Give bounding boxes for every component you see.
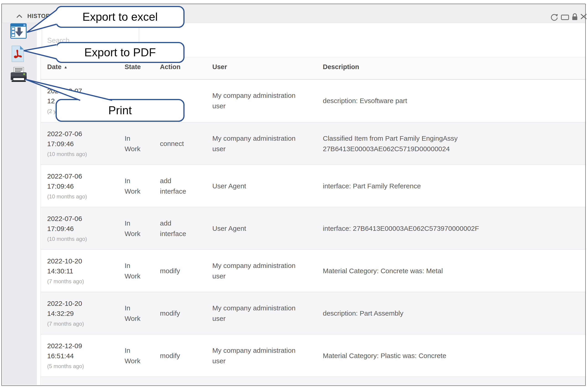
table-row: 2022-07-0617:09:46(10 months ago)In Work… xyxy=(41,207,586,249)
cell-state-text: In Work xyxy=(125,303,145,324)
date-relative: (10 months ago) xyxy=(47,192,116,201)
cell-action: add interface xyxy=(160,165,196,207)
cell-state-text: In Work xyxy=(125,260,145,281)
cell-action-text: add interface xyxy=(160,176,196,197)
date-line: 2022-10-20 xyxy=(47,298,116,309)
export-excel-icon[interactable] xyxy=(10,23,27,39)
cell-date: 2022-07-0617:09:46(10 months ago) xyxy=(47,122,116,165)
print-icon[interactable] xyxy=(10,67,27,83)
date-line: 2022-07-06 xyxy=(47,214,116,224)
cell-description-text: Material Category: Plastic was: Concrete xyxy=(323,350,446,361)
table-row: 2022-10-2014:30:11(7 months ago)In Workm… xyxy=(41,249,586,292)
refresh-icon[interactable] xyxy=(550,8,559,27)
cell-description: interface: 27B6413E00003AE062C5739700000… xyxy=(323,207,551,250)
date-relative: (7 months ago) xyxy=(47,319,116,328)
cell-user-text: User Agent xyxy=(212,181,246,191)
cell-description-text: interface: Part Family Reference xyxy=(323,181,421,191)
callout-export-excel: Export to excel xyxy=(56,6,185,28)
cell-action: modify xyxy=(160,292,196,335)
callout-export-excel-label: Export to excel xyxy=(83,10,158,23)
date-line: 2022-10-20 xyxy=(47,256,116,266)
cell-state-text: In Work xyxy=(125,133,145,154)
cell-description: Classified Item from Part Family EngingA… xyxy=(323,122,551,165)
date-relative: (10 months ago) xyxy=(47,150,116,159)
cell-description: Material Category: Concrete was: Metal xyxy=(323,250,551,292)
cell-date: 2022-12-0916:51:44(5 months ago) xyxy=(47,335,116,377)
column-header-date[interactable]: Date▲ xyxy=(47,63,68,71)
cell-state: In Work xyxy=(125,292,145,335)
date-relative: (5 months ago) xyxy=(47,362,116,371)
cell-state: In Work xyxy=(125,122,145,165)
cell-description-text: interface: 27B6413E00003AE062C5739700000… xyxy=(323,223,479,234)
column-header-action[interactable]: Action xyxy=(160,63,180,71)
cell-user: My company administration user xyxy=(212,292,303,335)
date-line: 14:32:29 xyxy=(47,309,116,319)
cell-date: 2022-10-2014:30:11(7 months ago) xyxy=(47,250,116,292)
cell-action-text: connect xyxy=(160,138,184,149)
date-line: 16:51:44 xyxy=(47,351,116,361)
date-line: 17:09:46 xyxy=(47,181,116,191)
table-row: 2022-07-0617:09:46(10 months ago)In Work… xyxy=(41,122,586,164)
panel-title: HISTORY xyxy=(27,13,54,19)
cell-description-text: Material Category: Concrete was: Metal xyxy=(323,266,443,276)
maximize-icon[interactable] xyxy=(561,8,570,27)
cell-action: modify xyxy=(160,335,196,377)
column-header-state[interactable]: State xyxy=(125,63,141,71)
cell-user: My company administration user xyxy=(212,122,303,165)
table-row: 2022-07-0617:09:46(10 months ago)In Work… xyxy=(41,164,586,207)
column-header-description[interactable]: Description xyxy=(323,63,359,71)
cell-user-text: My company administration user xyxy=(212,260,303,281)
date-relative: (7 months ago) xyxy=(47,277,116,286)
cell-description-text: Classified Item from Part Family EngingA… xyxy=(323,133,551,154)
date-line: 2022-07-06 xyxy=(47,129,116,139)
collapse-chevron-icon[interactable] xyxy=(16,14,22,18)
date-line: 14:30:11 xyxy=(47,266,116,276)
cell-state: In Work xyxy=(125,250,145,292)
table-rows: 2020-12-0712(2 years ago)My company admi… xyxy=(41,80,586,385)
cell-date: 2022-07-0617:09:46(10 months ago) xyxy=(47,165,116,207)
cell-state: In Work xyxy=(125,335,145,377)
table-row xyxy=(41,377,586,385)
cell-user: My company administration user xyxy=(212,80,303,122)
cell-action: add interface xyxy=(160,207,196,250)
history-panel: HISTORY xyxy=(0,0,588,387)
date-line: 2020-12-07 xyxy=(47,86,116,96)
cell-state-text: In Work xyxy=(125,176,145,197)
callout-export-pdf-label: Export to PDF xyxy=(84,46,156,59)
date-line: 2022-07-06 xyxy=(47,171,116,181)
table-row: 2022-12-0916:51:44(5 months ago)In Workm… xyxy=(41,334,586,377)
cell-user-text: User Agent xyxy=(212,223,246,234)
date-line: 17:09:46 xyxy=(47,224,116,234)
table-row: 2022-10-2014:32:29(7 months ago)In Workm… xyxy=(41,292,586,334)
cell-state: In Work xyxy=(125,165,145,207)
lock-icon[interactable] xyxy=(571,8,579,27)
sort-asc-icon: ▲ xyxy=(64,65,68,69)
cell-action-text: modify xyxy=(160,350,180,361)
export-pdf-icon[interactable] xyxy=(11,45,25,63)
close-icon[interactable] xyxy=(581,8,587,27)
cell-user: My company administration user xyxy=(212,250,303,292)
cell-user-text: My company administration user xyxy=(212,133,303,154)
cell-date: 2022-07-0617:09:46(10 months ago) xyxy=(47,207,116,250)
cell-action-text: modify xyxy=(160,308,180,319)
cell-description-text: description: Part Assembly xyxy=(323,308,403,319)
cell-date: 2022-10-2014:32:29(7 months ago) xyxy=(47,292,116,335)
date-line: 2022-12-09 xyxy=(47,341,116,351)
callout-print: Print xyxy=(56,99,185,122)
column-header-user[interactable]: User xyxy=(212,63,227,71)
callout-export-pdf: Export to PDF xyxy=(56,42,185,63)
cell-user-text: My company administration user xyxy=(212,303,303,324)
cell-description: interface: Part Family Reference xyxy=(323,165,551,207)
cell-description: Material Category: Plastic was: Concrete xyxy=(323,335,551,377)
cell-user: My company administration user xyxy=(212,335,303,377)
cell-user: User Agent xyxy=(212,165,303,207)
cell-description: description: Part Assembly xyxy=(323,292,551,335)
cell-action-text: add interface xyxy=(160,218,196,239)
toolbar-sidebar xyxy=(2,23,37,385)
cell-description-text: description: Evsoftware part xyxy=(323,95,407,106)
cell-user-text: My company administration user xyxy=(212,90,303,111)
cell-action: modify xyxy=(160,250,196,292)
cell-user-text: My company administration user xyxy=(212,345,303,366)
cell-state-text: In Work xyxy=(125,345,145,366)
cell-action: connect xyxy=(160,122,196,165)
